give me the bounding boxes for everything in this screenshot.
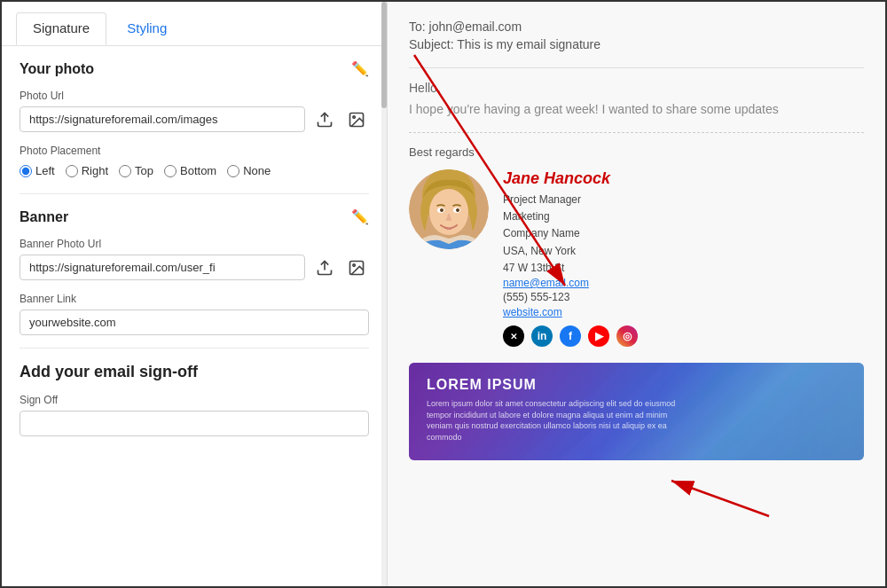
email-subject: Subject: This is my email signature: [409, 37, 864, 51]
social-x-icon[interactable]: ✕: [503, 325, 524, 347]
svg-line-24: [671, 481, 769, 516]
sig-name: Jane Hancock: [503, 169, 638, 188]
photo-url-label: Photo Url: [20, 90, 369, 102]
signature-photo: [409, 169, 489, 249]
social-facebook-icon[interactable]: f: [560, 325, 581, 347]
scrollbar-thumb[interactable]: [381, 2, 387, 108]
sig-website[interactable]: website.com: [503, 306, 638, 318]
tabs-container: Signature Styling: [2, 2, 387, 46]
banner-section: Banner ✏️ Banner Photo Url Banner Link: [20, 208, 369, 335]
sign-off-row: [20, 411, 369, 436]
svg-point-12: [440, 208, 444, 212]
left-content: Your photo ✏️ Photo Url Photo Placement …: [2, 46, 387, 463]
banner-section-header: Banner ✏️: [20, 208, 369, 225]
right-panel: To: john@email.com Subject: This is my e…: [388, 2, 885, 586]
sig-company: Company Name: [503, 225, 638, 242]
left-panel: Signature Styling Your photo ✏️ Photo Ur…: [2, 2, 388, 586]
sig-location: USA, New York: [503, 243, 638, 260]
signature-info: Jane Hancock Project Manager Marketing C…: [503, 169, 638, 347]
social-youtube-icon[interactable]: ▶: [588, 325, 609, 347]
email-body: I hope you're having a great week! I wan…: [409, 102, 864, 116]
photo-upload-btn[interactable]: [312, 107, 337, 132]
tab-styling[interactable]: Styling: [110, 12, 184, 45]
placement-right[interactable]: Right: [66, 164, 108, 177]
sign-off-title: Add your email sign-off: [20, 363, 369, 381]
email-greeting: Hello,: [409, 81, 864, 95]
signature-photo-svg: [409, 169, 489, 249]
photo-url-row: [20, 106, 369, 132]
photo-url-input[interactable]: [20, 106, 305, 132]
banner-main-title: LOREM IPSUM: [427, 377, 537, 393]
banner-url-input[interactable]: [20, 255, 305, 280]
banner-title: Banner: [20, 209, 68, 225]
best-regards: Best regards: [409, 145, 864, 159]
sign-off-label: Sign Off: [20, 394, 369, 406]
banner-edit-icon[interactable]: ✏️: [351, 208, 369, 225]
banner-link-row: [20, 310, 369, 335]
signature-block: Jane Hancock Project Manager Marketing C…: [409, 169, 864, 347]
placement-label: Photo Placement: [20, 145, 369, 157]
svg-point-5: [353, 263, 356, 266]
social-linkedin-icon[interactable]: in: [531, 325, 553, 347]
banner-url-row: [20, 255, 369, 280]
banner-image: LOREM IPSUM Lorem ipsum dolor sit amet c…: [409, 363, 864, 460]
banner-link-label: Banner Link: [20, 293, 369, 305]
sig-email[interactable]: name@email.com: [503, 277, 638, 289]
placement-top[interactable]: Top: [119, 164, 153, 177]
banner-url-label: Banner Photo Url: [20, 238, 369, 250]
banner-upload-btn[interactable]: [312, 255, 337, 280]
sign-off-section: Add your email sign-off Sign Off: [20, 363, 369, 436]
placement-none[interactable]: None: [227, 164, 271, 177]
your-photo-edit-icon[interactable]: ✏️: [351, 60, 369, 77]
sig-divider: [409, 132, 864, 133]
svg-point-2: [353, 115, 356, 118]
svg-point-13: [456, 208, 459, 212]
placement-radio-group: Left Right Top Bottom None: [20, 164, 369, 177]
placement-bottom[interactable]: Bottom: [164, 164, 216, 177]
photo-image-btn[interactable]: [344, 107, 369, 132]
scrollbar[interactable]: [381, 2, 387, 586]
social-instagram-icon[interactable]: ◎: [616, 325, 638, 347]
banner-main-text: Lorem ipsum dolor sit amet consectetur a…: [427, 398, 693, 443]
placement-left[interactable]: Left: [20, 164, 55, 177]
email-divider: [409, 67, 864, 68]
tab-signature[interactable]: Signature: [16, 12, 106, 45]
sig-dept: Marketing: [503, 208, 638, 225]
email-to: To: john@email.com: [409, 20, 864, 34]
your-photo-section-header: Your photo ✏️: [20, 60, 369, 77]
sig-title: Project Manager: [503, 192, 638, 208]
sig-phone: (555) 555-123: [503, 289, 638, 306]
banner-image-btn[interactable]: [344, 255, 369, 280]
your-photo-title: Your photo: [20, 61, 94, 77]
banner-link-input[interactable]: [20, 310, 369, 335]
section-divider-2: [20, 348, 369, 349]
social-icons: ✕ in f ▶ ◎: [503, 325, 638, 347]
section-divider: [20, 193, 369, 194]
sign-off-input[interactable]: [20, 411, 369, 436]
sig-address: 47 W 13th St: [503, 260, 638, 277]
